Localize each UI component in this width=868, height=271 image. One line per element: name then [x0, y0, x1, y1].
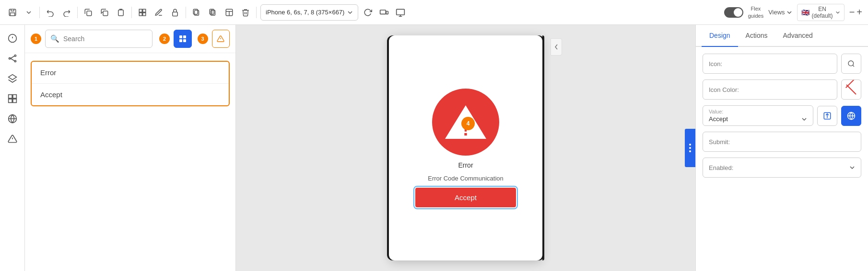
list-container: Error Accept	[31, 61, 230, 106]
separator-5	[256, 7, 257, 18]
delete-icon[interactable]	[239, 6, 252, 19]
save-icon[interactable]	[6, 6, 19, 19]
panel-header: 1 🔍 2 3	[25, 25, 235, 53]
device-selector[interactable]: iPhone 6, 6s, 7, 8 (375×667)	[260, 4, 358, 21]
globe-icon[interactable]	[4, 110, 21, 127]
right-handle-icon	[688, 141, 692, 155]
info-icon[interactable]	[4, 30, 21, 47]
undo-icon[interactable]	[44, 6, 57, 19]
svg-rect-5	[139, 9, 142, 12]
icon-search-button[interactable]	[841, 54, 861, 74]
step-badge-4: 4	[461, 117, 475, 130]
zoom-out-icon[interactable]: −	[849, 7, 855, 18]
warning-icon[interactable]	[4, 130, 21, 147]
separator-4	[186, 7, 186, 18]
step-badge-3: 3	[198, 34, 208, 44]
svg-line-52	[853, 65, 854, 67]
right-panel: Design Actions Advanced Icon:	[695, 25, 868, 271]
duplicate2-icon[interactable]	[206, 6, 220, 19]
svg-rect-33	[12, 95, 16, 99]
enabled-dropdown-icon	[849, 165, 855, 170]
value-globe-button[interactable]	[841, 106, 861, 126]
components-icon[interactable]	[4, 90, 21, 107]
svg-rect-34	[8, 99, 12, 103]
search-input[interactable]	[63, 35, 147, 43]
color-slash-icon	[845, 83, 858, 96]
svg-rect-9	[173, 12, 178, 16]
canvas-area: 4 ! Error Error Code Communication Accep…	[236, 25, 695, 271]
right-panel-content: Icon: Icon Color:	[696, 47, 868, 271]
tab-design[interactable]: Design	[702, 25, 738, 46]
responsive-icon[interactable]	[377, 6, 391, 19]
svg-line-30	[10, 58, 14, 61]
list-item-error[interactable]: Error	[32, 62, 229, 84]
svg-rect-40	[179, 35, 182, 38]
phone-error-label: Error	[458, 161, 473, 169]
svg-rect-42	[179, 39, 182, 42]
svg-rect-2	[103, 11, 108, 16]
submit-field-group: Submit:	[703, 132, 861, 152]
zoom-in-icon[interactable]: +	[856, 7, 862, 18]
duplicate-icon[interactable]	[190, 6, 203, 19]
svg-point-49	[689, 147, 691, 149]
pen-icon[interactable]	[152, 6, 165, 19]
svg-point-28	[14, 60, 16, 62]
svg-rect-20	[397, 9, 405, 15]
icon-field-group: Icon:	[703, 54, 861, 74]
language-button[interactable]: 🇬🇧 EN (default)	[797, 4, 845, 21]
svg-rect-35	[12, 99, 16, 103]
value-upload-button[interactable]	[817, 106, 837, 126]
flex-guides-toggle[interactable]	[724, 7, 743, 18]
copy2-icon[interactable]	[98, 6, 111, 19]
svg-point-50	[689, 150, 691, 152]
component-icon[interactable]	[136, 6, 149, 19]
svg-rect-19	[387, 11, 388, 14]
svg-rect-32	[8, 95, 12, 99]
phone-right-edge	[542, 35, 544, 260]
tab-actions[interactable]: Actions	[738, 25, 775, 46]
svg-line-53	[846, 85, 856, 94]
svg-point-51	[848, 61, 854, 66]
svg-rect-4	[118, 10, 124, 15]
warning-view-button[interactable]	[212, 30, 230, 48]
phone-accept-button[interactable]: Accept	[415, 188, 516, 207]
color-picker-button[interactable]	[841, 79, 861, 100]
svg-rect-18	[380, 10, 386, 14]
grid-view-button[interactable]	[174, 30, 192, 48]
toolbar-right: Flex guides Views 🇬🇧 EN (default) − +	[724, 4, 862, 21]
views-button[interactable]: Views	[768, 9, 792, 16]
search-box[interactable]: 🔍	[45, 30, 152, 48]
svg-rect-8	[143, 12, 146, 15]
svg-rect-1	[87, 11, 92, 16]
flex-guides-label: Flex guides	[748, 5, 763, 19]
lock-icon[interactable]	[168, 6, 182, 19]
svg-marker-31	[8, 75, 16, 80]
layout-icon[interactable]	[223, 6, 236, 19]
paste-icon[interactable]	[114, 6, 128, 19]
separator-1	[39, 7, 40, 18]
icon-field: Icon:	[703, 54, 837, 74]
canvas-right-handle[interactable]	[685, 129, 695, 167]
copy-icon[interactable]	[82, 6, 95, 19]
dropdown-arrow-icon[interactable]	[22, 6, 35, 19]
phone-error-desc: Error Code Communication	[428, 175, 504, 182]
desktop-icon[interactable]	[394, 6, 407, 19]
svg-rect-43	[183, 39, 186, 42]
redo-icon[interactable]	[60, 6, 73, 19]
refresh-icon[interactable]	[361, 6, 375, 19]
svg-point-26	[9, 57, 10, 59]
device-label: iPhone 6, 6s, 7, 8 (375×667)	[266, 9, 344, 16]
step-badge-1: 1	[31, 34, 41, 44]
nodes-icon[interactable]	[4, 50, 21, 67]
value-field: Value: Accept	[703, 105, 813, 126]
panel-list: Error Accept	[25, 53, 235, 271]
collapse-panel-button[interactable]	[551, 38, 562, 56]
list-item-accept[interactable]: Accept	[32, 84, 229, 105]
svg-rect-6	[143, 9, 146, 12]
left-panel: 1 🔍 2 3 Error Accept	[25, 25, 236, 271]
tab-advanced[interactable]: Advanced	[775, 25, 821, 46]
flag-icon: 🇬🇧	[801, 9, 809, 16]
toolbar: iPhone 6, 6s, 7, 8 (375×667) Flex guides…	[0, 0, 868, 25]
svg-point-27	[14, 55, 16, 56]
layers-icon[interactable]	[4, 70, 21, 87]
